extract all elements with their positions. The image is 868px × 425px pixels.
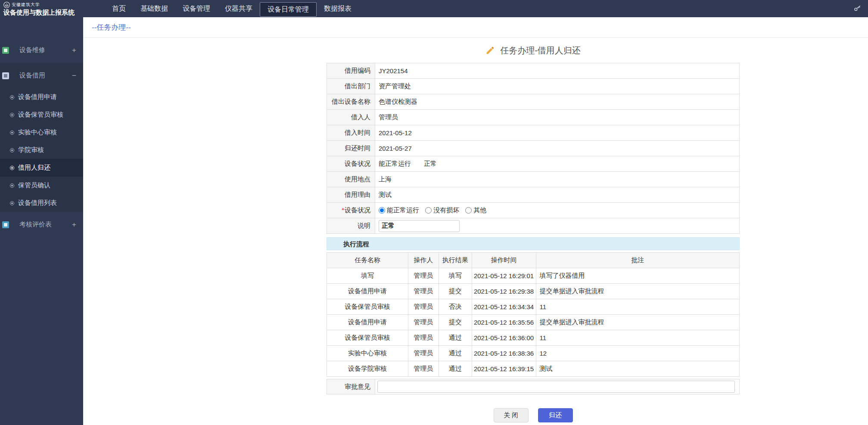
app-screen: 安徽建筑大学 设备使用与数据上报系统 首页 基础数据 设备管理 仪器共享 设备日… — [0, 0, 868, 425]
sidebar-item-custodian-review[interactable]: 设备保管员审核 — [0, 106, 83, 124]
cell-task: 设备保管员审核 — [327, 299, 408, 315]
table-row: 设备借用申请 管理员 提交 2021-05-12 16:29:38 提交单据进入… — [327, 284, 740, 299]
sidebar-item-label: 保管员确认 — [18, 181, 50, 189]
table-row: 设备学院审核 管理员 通过 2021-05-12 16:39:15 测试 — [327, 361, 740, 377]
repair-module-icon — [2, 47, 9, 54]
bullet-icon — [10, 113, 14, 117]
sidebar-section-evaluation[interactable]: 考核评价表 + — [0, 212, 83, 237]
flow-section-header: 执行流程 — [327, 237, 740, 250]
borrow-module-icon — [2, 72, 9, 79]
radio-other[interactable] — [465, 207, 472, 214]
bullet-icon — [10, 166, 14, 170]
cell-operator: 管理员 — [408, 315, 439, 330]
field-value-borrow-code: JY202154 — [375, 63, 740, 79]
field-label: 借用编码 — [327, 63, 375, 79]
evaluation-module-icon — [2, 221, 9, 228]
brand-block: 安徽建筑大学 设备使用与数据上报系统 — [0, 0, 83, 17]
sidebar-item-labcenter-review[interactable]: 实验中心审核 — [0, 124, 83, 141]
cell-time: 2021-05-12 16:36:00 — [472, 330, 536, 346]
cell-result: 通过 — [439, 346, 472, 361]
top-navbar: 安徽建筑大学 设备使用与数据上报系统 首页 基础数据 设备管理 仪器共享 设备日… — [0, 0, 868, 17]
radio-option-other[interactable]: 其他 — [465, 206, 486, 214]
close-button[interactable]: 关 闭 — [494, 408, 529, 422]
cell-operator: 管理员 — [408, 330, 439, 346]
approval-opinion-input[interactable] — [377, 381, 735, 393]
table-row: 归还时间 2021-05-27 — [327, 141, 740, 156]
nav-item-device-mgmt[interactable]: 设备管理 — [175, 0, 218, 17]
sidebar-item-label: 设备借用列表 — [18, 199, 57, 207]
pencil-icon — [485, 46, 495, 55]
university-name: 安徽建筑大学 — [12, 2, 40, 8]
sidebar-item-label: 设备借用申请 — [18, 93, 57, 101]
sidebar-group-borrow: 设备借用 − 设备借用申请 设备保管员审核 实验中心审核 学院审核 — [0, 63, 83, 212]
cell-time: 2021-05-12 16:39:15 — [472, 361, 536, 377]
sidebar-item-borrow-list[interactable]: 设备借用列表 — [0, 194, 83, 212]
sidebar-section-label: 设备借用 — [19, 71, 72, 80]
radio-option-can-run[interactable]: 能正常运行 — [379, 206, 419, 214]
main-content: --任务办理-- 任务办理-借用人归还 借用编码 JY202154 — [83, 17, 868, 425]
cell-result: 提交 — [439, 315, 472, 330]
cell-time: 2021-05-12 16:34:34 — [472, 299, 536, 315]
field-value-device-condition: 能正常运行 正常 — [375, 156, 740, 172]
cell-comment: 填写了仪器借用 — [536, 268, 739, 284]
table-row: 借入人 管理员 — [327, 110, 740, 125]
radio-no-damage[interactable] — [425, 207, 432, 214]
sidebar-section-label: 设备维修 — [19, 46, 72, 54]
action-buttons: 关 闭 归还 — [327, 408, 740, 422]
cell-comment: 提交单据进入审批流程 — [536, 315, 739, 330]
radio-option-no-damage[interactable]: 没有损坏 — [425, 206, 459, 214]
collapse-icon[interactable]: − — [72, 71, 76, 80]
field-label-required: *设备状况 — [327, 203, 375, 218]
col-header-operator: 操作人 — [408, 253, 439, 268]
table-row: 设备借用申请 管理员 提交 2021-05-12 16:35:56 提交单据进入… — [327, 315, 740, 330]
sidebar-section-borrow[interactable]: 设备借用 − — [0, 63, 83, 88]
cell-comment: 11 — [536, 330, 739, 346]
field-label: 借用理由 — [327, 187, 375, 203]
cell-result: 否决 — [439, 299, 472, 315]
sidebar-item-label: 实验中心审核 — [18, 128, 57, 136]
sidebar-item-college-review[interactable]: 学院审核 — [0, 141, 83, 159]
table-row-note: 说明 — [327, 218, 740, 234]
cell-operator: 管理员 — [408, 284, 439, 299]
sidebar-item-label: 设备保管员审核 — [18, 111, 63, 119]
cell-time: 2021-05-12 16:35:56 — [472, 315, 536, 330]
cell-task: 填写 — [327, 268, 408, 284]
cell-comment: 11 — [536, 299, 739, 315]
sidebar-section-repair[interactable]: 设备维修 + — [0, 37, 83, 63]
nav-item-daily-mgmt[interactable]: 设备日常管理 — [260, 2, 317, 17]
key-icon[interactable] — [853, 4, 862, 13]
sidebar-item-custodian-confirm[interactable]: 保管员确认 — [0, 177, 83, 194]
form-title-row: 任务办理-借用人归还 — [327, 45, 740, 56]
expand-icon[interactable]: + — [72, 46, 76, 55]
device-status-radio-group: 能正常运行 没有损坏 其他 — [375, 203, 740, 218]
nav-item-home[interactable]: 首页 — [105, 0, 133, 17]
nav-item-reports[interactable]: 数据报表 — [317, 0, 359, 17]
field-label: 设备状况 — [327, 156, 375, 172]
system-title: 设备使用与数据上报系统 — [3, 8, 81, 16]
table-row: 设备状况 能正常运行 正常 — [327, 156, 740, 172]
cell-result: 通过 — [439, 330, 472, 346]
radio-can-run[interactable] — [379, 207, 385, 214]
table-row: 借用理由 测试 — [327, 187, 740, 203]
top-nav: 首页 基础数据 设备管理 仪器共享 设备日常管理 数据报表 — [105, 0, 359, 17]
sidebar-item-label: 学院审核 — [18, 146, 44, 154]
bullet-icon — [10, 201, 14, 205]
expand-icon[interactable]: + — [72, 220, 76, 229]
nav-item-base-data[interactable]: 基础数据 — [133, 0, 175, 17]
nav-item-instrument-share[interactable]: 仪器共享 — [218, 0, 260, 17]
field-label: 借入人 — [327, 110, 375, 125]
note-input[interactable] — [379, 220, 460, 232]
university-seal-icon — [3, 2, 10, 8]
field-value-borrow-date: 2021-05-12 — [375, 125, 740, 141]
sidebar-item-borrower-return[interactable]: 借用人归还 — [0, 159, 83, 177]
borrow-detail-table: 借用编码 JY202154 借出部门 资产管理处 借出设备名称 色谱仪检测器 — [327, 63, 740, 234]
field-value-device-name: 色谱仪检测器 — [375, 94, 740, 110]
cell-time: 2021-05-12 16:38:36 — [472, 346, 536, 361]
cell-task: 设备借用申请 — [327, 284, 408, 299]
table-row: 使用地点 上海 — [327, 172, 740, 187]
return-button[interactable]: 归还 — [538, 408, 573, 422]
cell-task: 实验中心审核 — [327, 346, 408, 361]
sidebar-item-borrow-apply[interactable]: 设备借用申请 — [0, 88, 83, 106]
field-value-lending-dept: 资产管理处 — [375, 79, 740, 94]
cell-time: 2021-05-12 16:29:01 — [472, 268, 536, 284]
